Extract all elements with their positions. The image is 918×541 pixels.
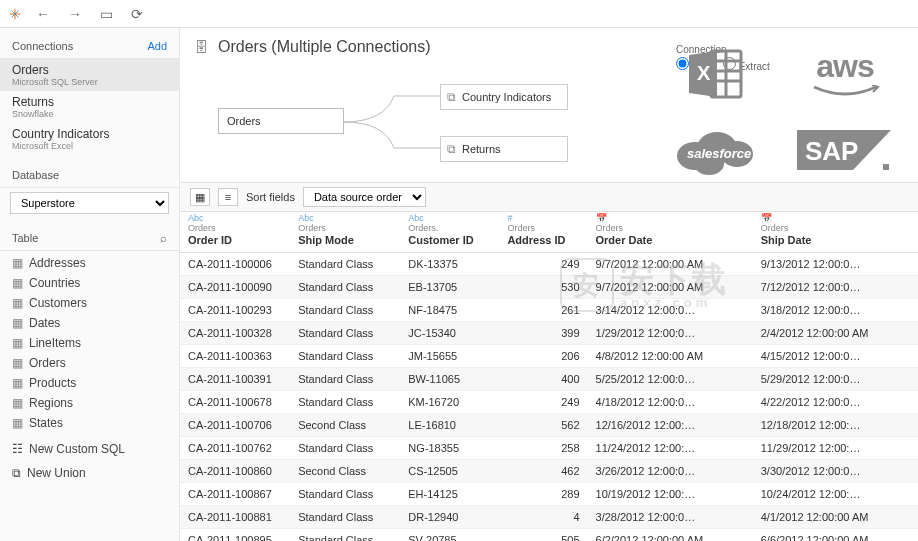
cell: 4/1/2012 12:00:00 AM	[753, 505, 918, 528]
table-row[interactable]: CA-2011-100895Standard ClassSV-207855056…	[180, 528, 918, 541]
cell: KM-16720	[400, 390, 499, 413]
cell: 1/29/2012 12:00:0…	[588, 321, 753, 344]
grid-header-row: AbcOrdersOrder IDAbcOrdersShip ModeAbcOr…	[180, 212, 918, 252]
cell: CA-2011-100090	[180, 275, 290, 298]
refresh-icon[interactable]: ⟳	[127, 4, 147, 24]
add-connection-link[interactable]: Add	[147, 40, 167, 52]
cell: CA-2011-100867	[180, 482, 290, 505]
grid-view-button[interactable]: ▦	[190, 188, 210, 206]
table-row[interactable]: CA-2011-100328Standard ClassJC-153403991…	[180, 321, 918, 344]
cell: Standard Class	[290, 482, 400, 505]
schema-root-table[interactable]: Orders	[218, 108, 344, 134]
cell: LE-16810	[400, 413, 499, 436]
table-item[interactable]: ▦States	[0, 413, 179, 433]
cell: Standard Class	[290, 298, 400, 321]
aws-logo-icon: aws	[785, 39, 905, 109]
table-item[interactable]: ▦Regions	[0, 393, 179, 413]
union-icon: ⧉	[12, 466, 21, 480]
table-item[interactable]: ▦Customers	[0, 293, 179, 313]
cell: 4/22/2012 12:00:0…	[753, 390, 918, 413]
grid-wrap[interactable]: AbcOrdersOrder IDAbcOrdersShip ModeAbcOr…	[180, 212, 918, 541]
join-icon: ⧉	[447, 137, 456, 161]
column-header[interactable]: AbcOrders.Customer ID	[400, 212, 499, 252]
connector-logos: X aws salesforce SAP	[646, 28, 914, 196]
table-row[interactable]: CA-2011-100881Standard ClassDR-1294043/2…	[180, 505, 918, 528]
sort-select[interactable]: Data source order	[303, 187, 426, 207]
table-row[interactable]: CA-2011-100678Standard ClassKM-167202494…	[180, 390, 918, 413]
connection-item[interactable]: ReturnsSnowflake	[0, 91, 179, 123]
connections-label: Connections	[12, 40, 73, 52]
cell: 9/7/2012 12:00:00 AM	[588, 252, 753, 275]
column-header[interactable]: AbcOrdersShip Mode	[290, 212, 400, 252]
table-row[interactable]: CA-2011-100762Standard ClassNG-183552581…	[180, 436, 918, 459]
table-row[interactable]: CA-2011-100006Standard ClassDK-133752499…	[180, 252, 918, 275]
database-select[interactable]: Superstore	[10, 192, 169, 214]
list-view-button[interactable]: ≡	[218, 188, 238, 206]
cell: CA-2011-100881	[180, 505, 290, 528]
cell: 2/4/2012 12:00:00 AM	[753, 321, 918, 344]
cell: 399	[499, 321, 587, 344]
table-search-icon[interactable]: ⌕	[160, 232, 167, 244]
column-header[interactable]: AbcOrdersOrder ID	[180, 212, 290, 252]
connections-list: OrdersMicrosoft SQL ServerReturnsSnowfla…	[0, 59, 179, 155]
table-item[interactable]: ▦Products	[0, 373, 179, 393]
schema-join-2[interactable]: ⧉Returns	[440, 136, 568, 162]
table-row[interactable]: CA-2011-100706Second ClassLE-1681056212/…	[180, 413, 918, 436]
new-union[interactable]: ⧉ New Union	[0, 463, 179, 483]
table-item[interactable]: ▦Addresses	[0, 253, 179, 273]
cell: 9/13/2012 12:00:0…	[753, 252, 918, 275]
grid-body: CA-2011-100006Standard ClassDK-133752499…	[180, 252, 918, 541]
cell: Standard Class	[290, 390, 400, 413]
cell: 9/7/2012 12:00:00 AM	[588, 275, 753, 298]
table-row[interactable]: CA-2011-100860Second ClassCS-125054623/2…	[180, 459, 918, 482]
cell: JC-15340	[400, 321, 499, 344]
table-row[interactable]: CA-2011-100293Standard ClassNF-184752613…	[180, 298, 918, 321]
connection-item[interactable]: OrdersMicrosoft SQL Server	[0, 59, 179, 91]
table-item[interactable]: ▦Countries	[0, 273, 179, 293]
new-custom-sql[interactable]: ☷ New Custom SQL	[0, 439, 179, 459]
table-icon: ▦	[12, 336, 23, 350]
cell: 11/29/2012 12:00:…	[753, 436, 918, 459]
table-row[interactable]: CA-2011-100391Standard ClassBW-110654005…	[180, 367, 918, 390]
table-row[interactable]: CA-2011-100363Standard ClassJM-156552064…	[180, 344, 918, 367]
column-header[interactable]: 📅OrdersOrder Date	[588, 212, 753, 252]
svg-text:SAP: SAP	[805, 136, 858, 166]
cell: 3/30/2012 12:00:0…	[753, 459, 918, 482]
cell: CA-2011-100860	[180, 459, 290, 482]
datasource-title: Orders (Multiple Connections)	[218, 38, 431, 56]
sql-icon: ☷	[12, 442, 23, 456]
connection-item[interactable]: Country IndicatorsMicrosoft Excel	[0, 123, 179, 155]
cell: CS-12505	[400, 459, 499, 482]
connections-header: Connections Add	[0, 36, 179, 59]
top-toolbar: ← → ▭ ⟳	[0, 0, 918, 28]
column-header[interactable]: 📅OrdersShip Date	[753, 212, 918, 252]
table-icon: ▦	[12, 396, 23, 410]
database-label: Database	[12, 169, 59, 181]
content-area: X aws salesforce SAP 🗄 Orders (Multiple …	[180, 28, 918, 541]
presentation-icon[interactable]: ▭	[96, 4, 117, 24]
cell: NG-18355	[400, 436, 499, 459]
left-sidebar: Connections Add OrdersMicrosoft SQL Serv…	[0, 28, 180, 541]
cell: CA-2011-100678	[180, 390, 290, 413]
cell: 400	[499, 367, 587, 390]
cell: SV-20785	[400, 528, 499, 541]
table-item[interactable]: ▦Dates	[0, 313, 179, 333]
table-row[interactable]: CA-2011-100090Standard ClassEB-137055309…	[180, 275, 918, 298]
forward-button[interactable]: →	[64, 4, 86, 24]
cell: JM-15655	[400, 344, 499, 367]
cell: Standard Class	[290, 275, 400, 298]
table-item[interactable]: ▦LineItems	[0, 333, 179, 353]
table-icon: ▦	[12, 296, 23, 310]
svg-rect-18	[883, 164, 889, 170]
cell: 206	[499, 344, 587, 367]
sort-label: Sort fields	[246, 191, 295, 203]
cell: 12/16/2012 12:00:…	[588, 413, 753, 436]
schema-join-1[interactable]: ⧉Country Indicators	[440, 84, 568, 110]
table-row[interactable]: CA-2011-100867Standard ClassEH-141252891…	[180, 482, 918, 505]
column-header[interactable]: #OrdersAddress ID	[499, 212, 587, 252]
cell: 562	[499, 413, 587, 436]
cell: Second Class	[290, 413, 400, 436]
back-button[interactable]: ←	[32, 4, 54, 24]
excel-logo-icon: X	[655, 39, 775, 109]
table-item[interactable]: ▦Orders	[0, 353, 179, 373]
